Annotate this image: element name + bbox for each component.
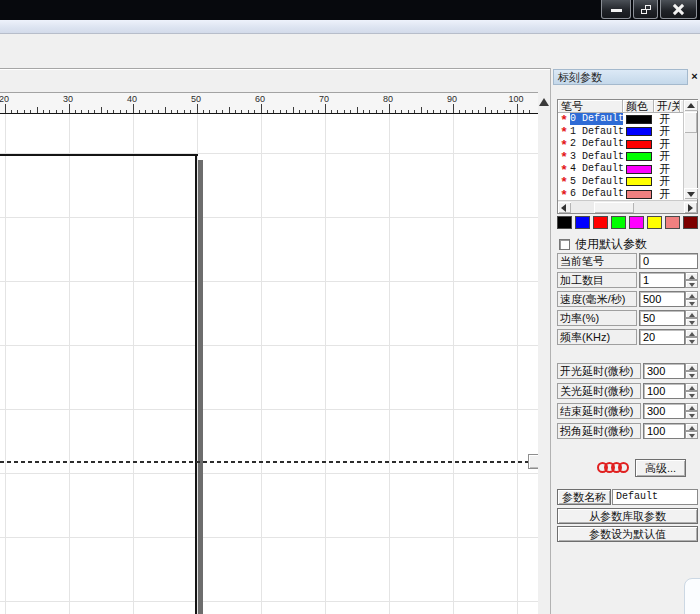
pen-state[interactable]: 开 (652, 189, 678, 200)
palette-swatch[interactable] (611, 216, 626, 229)
color-column-header[interactable]: 颜色 (623, 100, 654, 113)
pen-row[interactable]: *1 Default开 (558, 126, 697, 139)
get-params-from-library-button[interactable]: 从参数库取参数 (557, 508, 698, 524)
panel-close-icon[interactable]: × (689, 70, 700, 82)
pen-row[interactable]: *0 Default开 (558, 113, 697, 126)
pen-table[interactable]: 笔号 颜色 开/关 *0 Default开*1 Default开*2 Defau… (557, 99, 698, 214)
scroll-up-button[interactable] (684, 100, 698, 111)
pen-table-hscrollbar[interactable] (558, 200, 697, 213)
ruler-tick (197, 104, 198, 113)
scroll-down-icon (687, 192, 695, 197)
pen-state[interactable]: 开 (652, 114, 678, 125)
spinner-down-button[interactable] (685, 431, 698, 439)
spinner-down-button[interactable] (685, 411, 698, 419)
pen-color-swatch[interactable] (626, 190, 652, 199)
spinner-up-button[interactable] (685, 423, 698, 431)
ruler-tick (222, 110, 223, 113)
spinner-up-button[interactable] (685, 383, 698, 391)
spinner-down-button[interactable] (685, 318, 698, 326)
spinner-down-button[interactable] (685, 280, 698, 288)
spinner-up-button[interactable] (685, 310, 698, 318)
pen-row[interactable]: *3 Default开 (558, 151, 697, 164)
ruler-tick (190, 110, 191, 113)
ruler-tick (395, 110, 396, 113)
minimize-button[interactable] (601, 0, 631, 19)
pen-name: 0 Default (570, 113, 623, 125)
param-input[interactable]: 50 (639, 310, 685, 326)
param-input[interactable]: 0 (639, 253, 698, 269)
vscroll-thumb[interactable] (684, 112, 697, 133)
param-input[interactable]: 1 (639, 272, 685, 288)
spinner-up-button[interactable] (685, 403, 698, 411)
ruler-tick (203, 110, 204, 113)
minimize-icon (611, 9, 622, 12)
spinner-up-button[interactable] (685, 272, 698, 280)
palette-swatch[interactable] (593, 216, 608, 229)
pen-state[interactable]: 开 (652, 139, 678, 150)
hscroll-thumb[interactable] (594, 202, 634, 213)
restore-button[interactable] (633, 0, 658, 19)
pen-color-swatch[interactable] (626, 127, 652, 136)
rect-object-top-edge[interactable] (0, 154, 198, 156)
ruler-tick (529, 110, 530, 113)
param-input[interactable]: 300 (643, 403, 685, 419)
state-column-header[interactable]: 开/关 (654, 100, 680, 113)
palette-swatch[interactable] (629, 216, 644, 229)
close-button[interactable] (660, 0, 697, 19)
ruler-tick (216, 110, 217, 113)
drawing-canvas[interactable] (0, 114, 538, 614)
pen-color-swatch[interactable] (626, 165, 652, 174)
pen-color-swatch[interactable] (626, 140, 652, 149)
palette-swatch[interactable] (575, 216, 590, 229)
param-name-button[interactable]: 参数名称 (557, 489, 611, 505)
param-input[interactable]: 500 (639, 291, 685, 307)
spinner-up-button[interactable] (685, 329, 698, 337)
scroll-up-icon (687, 103, 695, 108)
spinner-down-button[interactable] (685, 371, 698, 379)
pen-column-header[interactable]: 笔号 (558, 100, 623, 113)
param-input[interactable]: 100 (643, 423, 685, 439)
pen-row[interactable]: *5 Default开 (558, 176, 697, 189)
pen-state[interactable]: 开 (652, 126, 678, 137)
rect-object-right-edge[interactable] (195, 154, 197, 614)
scroll-down-button[interactable] (684, 188, 698, 199)
pen-row[interactable]: *4 Default开 (558, 163, 697, 176)
param-input[interactable]: 20 (639, 329, 685, 345)
set-params-as-default-button[interactable]: 参数设为默认值 (557, 526, 698, 542)
ruler-tick (273, 110, 274, 113)
param-input[interactable]: 100 (643, 383, 685, 399)
pen-state[interactable]: 开 (652, 151, 678, 162)
spinner-down-button[interactable] (685, 337, 698, 345)
pen-table-vscrollbar[interactable] (683, 100, 697, 200)
panel-title[interactable]: 标刻参数 (553, 69, 688, 85)
pen-color-swatch[interactable] (626, 177, 652, 186)
pen-star-icon: * (558, 140, 570, 149)
pen-row[interactable]: *2 Default开 (558, 138, 697, 151)
spinner-up-button[interactable] (685, 363, 698, 371)
canvas-scroll-up-icon[interactable] (539, 98, 549, 106)
palette-swatch[interactable] (683, 216, 698, 229)
param-name-input[interactable]: Default (612, 489, 698, 505)
palette-swatch[interactable] (557, 216, 572, 229)
scroll-right-button[interactable] (684, 202, 697, 213)
pen-color-swatch[interactable] (626, 152, 652, 161)
param-input[interactable]: 300 (643, 363, 685, 379)
palette-swatch[interactable] (647, 216, 662, 229)
spinner-down-button[interactable] (685, 299, 698, 307)
use-default-params-checkbox[interactable] (559, 239, 570, 250)
pen-color-swatch[interactable] (626, 115, 652, 124)
ruler-tick (414, 110, 415, 113)
advanced-button[interactable]: 高级... (635, 459, 686, 477)
ruler-tick (37, 107, 38, 113)
spinner-up-button[interactable] (685, 291, 698, 299)
ruler-tick (56, 110, 57, 113)
scroll-left-button[interactable] (558, 202, 571, 213)
palette-swatch[interactable] (665, 216, 680, 229)
pen-state[interactable]: 开 (652, 164, 678, 175)
selection-handle[interactable] (528, 454, 538, 469)
ruler-tick (293, 107, 294, 113)
spinner-down-button[interactable] (685, 391, 698, 399)
pen-state[interactable]: 开 (652, 176, 678, 187)
use-default-params-row: 使用默认参数 (559, 238, 647, 251)
pen-row[interactable]: *6 Default开 (558, 188, 697, 201)
